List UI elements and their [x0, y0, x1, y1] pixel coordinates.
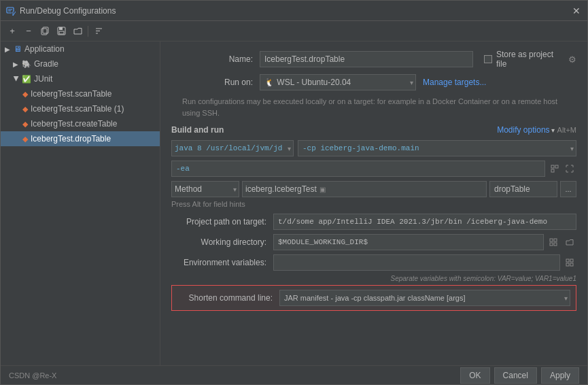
sidebar-item-application[interactable]: ▶ 🖥 Application [1, 41, 160, 56]
svg-rect-15 [550, 239, 553, 241]
project-path-label: Project path on target: [171, 217, 273, 227]
scan-table-icon: ◆ [22, 90, 28, 99]
hint-text: Press Alt for field hints [171, 200, 576, 208]
env-vars-input[interactable] [273, 254, 560, 271]
gradle-label: Gradle [34, 59, 58, 69]
svg-rect-18 [554, 243, 557, 246]
store-project-gear-icon[interactable]: ⚙ [568, 54, 576, 65]
working-dir-text: $MODULE_WORKING_DIR$ [278, 238, 368, 246]
vm-options-input[interactable] [171, 161, 545, 177]
svg-rect-17 [550, 243, 553, 246]
env-vars-label: Environment variables: [171, 258, 273, 267]
ellipsis-button[interactable]: ... [560, 181, 576, 197]
sidebar-item-drop-table[interactable]: ◆ IcebergTest.dropTable [1, 131, 160, 146]
bottom-bar: CSDN @Re-X OK Cancel Apply [1, 365, 587, 384]
svg-rect-14 [551, 169, 554, 172]
svg-rect-12 [551, 165, 554, 168]
toolbar: + − [1, 21, 587, 41]
env-vars-row: Environment variables: [171, 254, 576, 271]
cp-select[interactable]: -cp iceberg-java-demo.main [298, 140, 576, 156]
cancel-button[interactable]: Cancel [494, 367, 537, 384]
shorten-select[interactable]: JAR manifest - java -cp classpath.jar cl… [279, 290, 570, 306]
watermark: CSDN @Re-X [9, 371, 56, 380]
shortcut-hint: Alt+M [557, 126, 576, 134]
separator-row: Separate variables with semicolon: VAR=v… [171, 275, 576, 282]
cp-select-wrapper: -cp iceberg-java-demo.main [298, 140, 576, 156]
modify-options-link[interactable]: Modify options [497, 125, 549, 135]
svg-rect-21 [566, 263, 569, 266]
svg-rect-8 [59, 31, 64, 34]
copy-button[interactable] [37, 24, 52, 39]
close-button[interactable]: ✕ [571, 5, 582, 16]
sidebar-item-create-table[interactable]: ◆ IcebergTest.createTable [1, 116, 160, 131]
title-bar: Run/Debug Configurations ✕ [1, 1, 587, 21]
arrow-icon-junit: ▶ [13, 76, 20, 82]
dialog-icon [6, 6, 16, 16]
shorten-select-wrapper: JAR manifest - java -cp classpath.jar cl… [279, 290, 570, 306]
build-run-title: Build and run [171, 125, 224, 135]
arrow-icon: ▶ [5, 46, 12, 53]
name-label: Name: [171, 54, 260, 64]
method-select[interactable]: Method [171, 181, 239, 197]
working-dir-label: Working directory: [171, 237, 273, 247]
svg-rect-19 [566, 259, 569, 262]
save-button[interactable] [54, 24, 69, 39]
sidebar-item-gradle[interactable]: ▶ 🐘 Gradle [1, 56, 160, 71]
svg-rect-22 [570, 263, 573, 266]
application-icon: 🖥 [14, 44, 22, 54]
create-table-icon: ◆ [22, 120, 28, 129]
junit-label: JUnit [34, 74, 52, 84]
name-input[interactable] [260, 51, 473, 67]
manage-targets-link[interactable]: Manage targets... [423, 78, 486, 87]
sort-button[interactable] [91, 24, 106, 39]
vm-options-fullscreen-icon[interactable] [563, 162, 576, 175]
class-input-wrapper[interactable]: iceberg.IcebergTest ▣ [242, 181, 487, 197]
name-row: Name: Store as project file ⚙ [171, 50, 576, 69]
method-input[interactable] [489, 181, 557, 197]
apply-button[interactable]: Apply [541, 367, 579, 384]
scan-table-1-label: IcebergTest.scanTable (1) [31, 104, 124, 114]
remove-button[interactable]: − [21, 24, 36, 39]
shorten-row: Shorten command line: JAR manifest - jav… [171, 285, 576, 311]
sidebar-item-scan-table-1[interactable]: ◆ IcebergTest.scanTable (1) [1, 101, 160, 116]
svg-rect-7 [59, 27, 63, 30]
run-debug-dialog: Run/Debug Configurations ✕ + − ▶ 🖥 Appli… [0, 0, 588, 385]
working-dir-folder-icon[interactable] [563, 235, 576, 249]
project-path-value: t/d/some app/IntelliJ IDEA 2021.3/jbr/bi… [273, 214, 576, 230]
scan-table-label: IcebergTest.scanTable [31, 89, 111, 99]
vm-options-expand-icon[interactable] [548, 162, 561, 175]
sidebar-item-scan-table[interactable]: ◆ IcebergTest.scanTable [1, 86, 160, 101]
sidebar-item-junit[interactable]: ▶ ✅ JUnit [1, 71, 160, 86]
folder-button[interactable] [70, 24, 85, 39]
svg-rect-20 [570, 259, 573, 262]
store-project-checkbox[interactable] [484, 55, 492, 63]
add-button[interactable]: + [5, 24, 20, 39]
create-table-label: IcebergTest.createTable [31, 119, 117, 129]
method-row: Method iceberg.IcebergTest ▣ ... [171, 181, 576, 197]
shorten-label: Shorten command line: [177, 293, 279, 303]
svg-rect-13 [555, 165, 558, 168]
drop-table-icon: ◆ [22, 135, 28, 144]
env-vars-icon[interactable] [563, 256, 576, 269]
dialog-title: Run/Debug Configurations [20, 6, 571, 16]
run-on-select[interactable]: 🐧 WSL - Ubuntu-20.04 [260, 74, 416, 90]
main-content: ▶ 🖥 Application ▶ 🐘 Gradle ▶ ✅ JUnit ◆ I… [1, 41, 587, 365]
run-on-label: Run on: [171, 78, 260, 87]
store-project-label: Store as project file [496, 50, 564, 69]
method-select-wrapper: Method [171, 181, 239, 197]
right-panel: Name: Store as project file ⚙ Run on: 🐧 … [160, 41, 587, 365]
java-select[interactable]: java 8 /usr/local/jvm/jdk: [171, 140, 294, 156]
vm-options-row [171, 161, 576, 177]
gradle-icon: 🐘 [22, 60, 31, 69]
svg-rect-4 [41, 29, 47, 35]
working-dir-row: Working directory: $MODULE_WORKING_DIR$ [171, 234, 576, 250]
run-on-row: Run on: 🐧 WSL - Ubuntu-20.04 Manage targ… [171, 74, 576, 90]
working-dir-grid-icon[interactable] [547, 235, 560, 249]
class-file-icon: ▣ [319, 186, 326, 193]
info-text: Run configurations may be executed local… [182, 96, 576, 118]
build-run-header: Build and run Modify options ▾ Alt+M [171, 125, 576, 135]
application-label: Application [24, 44, 65, 54]
toolbar-separator [88, 26, 88, 37]
ok-button[interactable]: OK [460, 367, 489, 384]
project-path-text: t/d/some app/IntelliJ IDEA 2021.3/jbr/bi… [278, 218, 547, 226]
